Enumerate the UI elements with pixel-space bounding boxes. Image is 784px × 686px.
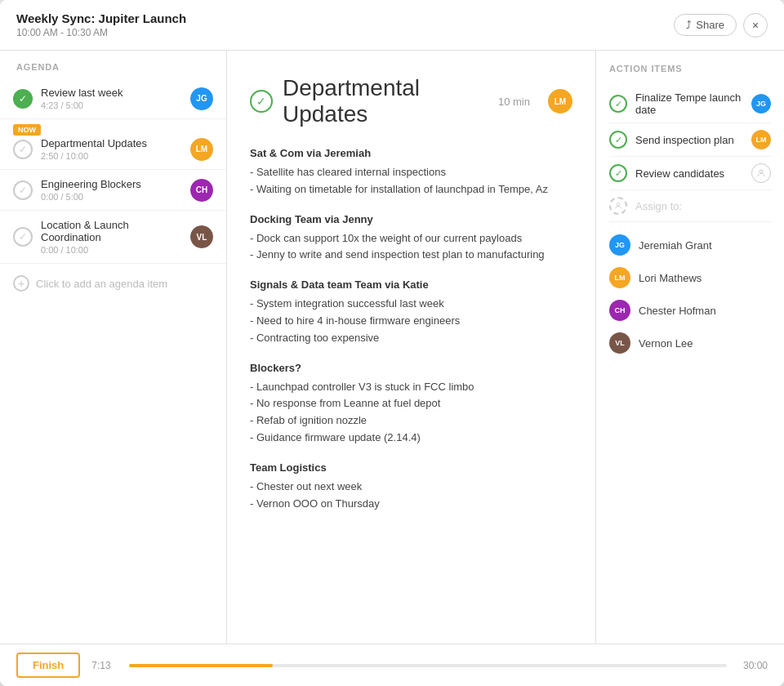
section-line: - No response from Leanne at fuel depot	[250, 395, 572, 412]
action-items-label: ACTION ITEMS	[609, 64, 771, 74]
section-sat-com: Sat & Com via Jeremiah - Satellite has c…	[250, 147, 572, 198]
avatar-initials: JG	[751, 94, 771, 114]
section-line: - Guidance firmware update (2.14.4)	[250, 430, 572, 447]
action-text: Review candidates	[635, 167, 743, 180]
current-time: 7:13	[91, 660, 118, 671]
avatar: LM	[751, 130, 771, 149]
close-button[interactable]: ×	[743, 13, 768, 38]
agenda-item-departmental-updates[interactable]: NOW ✓ Departmental Updates 2:50 / 10:00 …	[0, 119, 226, 170]
progress-bar-fill	[129, 664, 273, 667]
assignee-avatar: VL	[609, 332, 630, 354]
header-actions: ⤴ Share ×	[674, 13, 768, 38]
section-line: - Need to hire 4 in-house firmware engin…	[250, 313, 572, 330]
assign-label: Assign to:	[635, 200, 771, 212]
share-icon: ⤴	[686, 19, 692, 31]
panel-title: Departmental Updates	[283, 75, 488, 127]
avatar: JG	[190, 87, 213, 110]
assignee-vernon[interactable]: VL Vernon Lee	[609, 327, 771, 359]
section-content: - Dock can support 10x the weight of our…	[250, 230, 572, 265]
section-signals-data: Signals & Data team Team via Katie - Sys…	[250, 278, 572, 346]
section-line: - Chester out next week	[250, 479, 572, 496]
section-title: Team Logistics	[250, 461, 572, 474]
section-line: - Contracting too expensive	[250, 330, 572, 347]
section-line: - Launchpad controller V3 is stuck in FC…	[250, 379, 572, 396]
agenda-item-time: 2:50 / 10:00	[41, 151, 182, 161]
action-item-review-candidates[interactable]: ✓ Review candidates	[609, 157, 771, 190]
section-line: - Waiting on timetable for installation …	[250, 181, 572, 198]
right-panel: ACTION ITEMS ✓ Finalize Tempe launch dat…	[596, 51, 784, 644]
progress-bar[interactable]	[129, 664, 727, 667]
assignee-chester[interactable]: CH Chester Hofman	[609, 294, 771, 327]
assignee-avatar: JG	[609, 234, 630, 256]
assignee-avatar: CH	[609, 300, 630, 321]
panel-header: ✓ Departmental Updates 10 min LM	[250, 75, 572, 127]
assignee-name: Jeremiah Grant	[639, 239, 712, 252]
main-content: AGENDA ✓ Review last week 4:23 / 5:00 JG…	[0, 51, 784, 644]
agenda-item-title: Review last week	[41, 87, 182, 99]
assign-placeholder-icon	[609, 197, 627, 215]
action-check: ✓	[609, 164, 627, 182]
header: Weekly Sync: Jupiter Launch 10:00 AM - 1…	[0, 0, 784, 51]
agenda-check-pending: ✓	[13, 227, 33, 247]
assign-to-row: Assign to:	[609, 190, 771, 222]
section-line: - Satellite has cleared internal inspect…	[250, 164, 572, 181]
agenda-check-pending: ✓	[13, 180, 33, 200]
avatar: LM	[190, 138, 213, 161]
agenda-item-time: 0:00 / 10:00	[41, 245, 182, 255]
section-line: - Jenny to write and send inspection tes…	[250, 247, 572, 264]
section-title: Signals & Data team Team via Katie	[250, 278, 572, 291]
agenda-item-title: Departmental Updates	[41, 137, 182, 149]
meeting-title: Weekly Sync: Jupiter Launch	[16, 11, 186, 25]
agenda-item-location-launch[interactable]: ✓ Location & Launch Coordination 0:00 / …	[0, 211, 226, 264]
assignee-lori[interactable]: LM Lori Mathews	[609, 261, 771, 294]
finish-button[interactable]: Finish	[16, 653, 80, 678]
agenda-check-done: ✓	[13, 89, 33, 109]
assignee-avatar: LM	[609, 267, 630, 288]
panel-check-icon: ✓	[250, 90, 273, 113]
avatar-initials: VL	[190, 225, 213, 248]
avatar: JG	[751, 94, 771, 114]
center-panel: ✓ Departmental Updates 10 min LM Sat & C…	[227, 51, 596, 644]
avatar-initials: LM	[751, 130, 771, 149]
action-check: ✓	[609, 95, 627, 113]
action-text: Send inspection plan	[635, 134, 743, 146]
avatar-placeholder	[751, 163, 771, 183]
avatar-initials: CH	[190, 179, 213, 202]
agenda-item-time: 4:23 / 5:00	[41, 100, 182, 110]
agenda-item-title: Location & Launch Coordination	[41, 219, 182, 243]
panel-duration: 10 min	[498, 96, 530, 108]
section-content: - System integration successful last wee…	[250, 296, 572, 346]
agenda-check-current: ✓	[13, 140, 33, 159]
share-label: Share	[696, 19, 724, 31]
section-content: - Launchpad controller V3 is stuck in FC…	[250, 379, 572, 447]
section-line: - Refab of ignition nozzle	[250, 412, 572, 430]
section-content: - Chester out next week - Vernon OOO on …	[250, 479, 572, 513]
sidebar: AGENDA ✓ Review last week 4:23 / 5:00 JG…	[0, 51, 227, 644]
share-button[interactable]: ⤴ Share	[674, 14, 737, 36]
avatar: CH	[190, 179, 213, 202]
assignee-list: JG Jeremiah Grant LM Lori Mathews CH Che…	[609, 229, 771, 359]
avatar-initials: JG	[190, 87, 213, 110]
section-line: - Dock can support 10x the weight of our…	[250, 230, 572, 247]
action-item-finalize-tempe[interactable]: ✓ Finalize Tempe launch date JG	[609, 85, 771, 123]
header-info: Weekly Sync: Jupiter Launch 10:00 AM - 1…	[16, 11, 186, 38]
agenda-item-engineering-blockers[interactable]: ✓ Engineering Blockers 0:00 / 5:00 CH	[0, 170, 226, 211]
agenda-item-review-last-week[interactable]: ✓ Review last week 4:23 / 5:00 JG	[0, 78, 226, 119]
section-title: Sat & Com via Jeremiah	[250, 147, 572, 159]
section-title: Blockers?	[250, 362, 572, 374]
meeting-time: 10:00 AM - 10:30 AM	[16, 27, 186, 38]
agenda-label: AGENDA	[0, 51, 226, 78]
svg-point-1	[617, 203, 619, 206]
action-text: Finalize Tempe launch date	[635, 91, 743, 116]
section-line: - System integration successful last wee…	[250, 296, 572, 313]
avatar-initials: LM	[190, 138, 213, 161]
action-item-send-inspection[interactable]: ✓ Send inspection plan LM	[609, 123, 771, 157]
close-icon: ×	[752, 19, 759, 32]
panel-avatar: LM	[548, 89, 572, 114]
assignee-name: Vernon Lee	[639, 337, 693, 350]
add-agenda-item-button[interactable]: + Click to add an agenda item	[0, 264, 226, 303]
now-badge: NOW	[13, 124, 41, 136]
assignee-jeremiah[interactable]: JG Jeremiah Grant	[609, 229, 771, 261]
add-icon: +	[13, 275, 29, 292]
app-window: Weekly Sync: Jupiter Launch 10:00 AM - 1…	[0, 0, 784, 686]
